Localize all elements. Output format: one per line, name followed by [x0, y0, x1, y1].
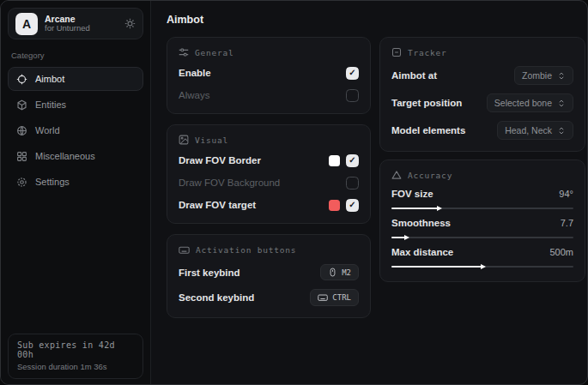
setting-row: Aimbot at Zombie — [391, 66, 573, 85]
setting-row: Target position Selected bone — [391, 93, 573, 112]
visual-section: Visual Draw FOV Border ✓ Draw FOV Backgr… — [167, 124, 371, 224]
fov-border-checkbox[interactable]: ✓ — [346, 154, 359, 167]
chevron-up-down-icon — [557, 99, 566, 108]
image-icon — [179, 135, 189, 145]
dropdown-value: Head, Neck — [505, 125, 552, 135]
sidebar: A Arcane for Unturned Category Aimbot — [1, 1, 151, 384]
section-title: Accuracy — [408, 171, 452, 180]
brand-subtitle: for Unturned — [45, 24, 118, 33]
subscription-info: Sub expires in 42d 00h Session duration … — [8, 334, 143, 379]
slider-value: 94° — [559, 189, 573, 199]
setting-row: First keybind M2 — [179, 264, 359, 280]
setting-row: Draw FOV Border ✓ — [179, 153, 359, 167]
setting-label: Draw FOV target — [179, 200, 256, 210]
smoothness-slider-group: Smoothness 7.7 — [391, 218, 573, 238]
session-duration-text: Session duration 1m 36s — [17, 362, 134, 371]
slider-thumb[interactable] — [437, 206, 442, 211]
chevron-up-down-icon — [557, 126, 566, 135]
globe-icon — [16, 125, 27, 136]
box-minus-icon — [391, 47, 402, 57]
setting-row: Model elements Head, Neck — [391, 121, 573, 140]
slider-thumb[interactable] — [481, 264, 486, 269]
smoothness-slider[interactable] — [391, 237, 573, 238]
check-icon: ✓ — [349, 156, 355, 165]
setting-label: Draw FOV Background — [179, 177, 280, 188]
fov-target-checkbox[interactable]: ✓ — [346, 199, 359, 212]
settings-gear-icon[interactable] — [124, 18, 136, 29]
model-elements-dropdown[interactable]: Head, Neck — [497, 121, 573, 140]
slider-value: 7.7 — [561, 218, 573, 228]
fov-border-color-swatch[interactable] — [329, 155, 340, 166]
slider-label: FOV size — [391, 189, 433, 199]
fov-size-slider[interactable] — [391, 208, 573, 209]
slider-label: Max distance — [391, 247, 453, 257]
setting-row: Draw FOV target ✓ — [179, 198, 359, 212]
target-position-dropdown[interactable]: Selected bone — [487, 93, 573, 112]
setting-label: Always — [179, 90, 209, 100]
setting-label: Draw FOV Border — [179, 155, 261, 165]
tracker-section: Tracker Aimbot at Zombie Target position — [379, 37, 585, 152]
sidebar-item-world[interactable]: World — [8, 118, 143, 142]
slider-value: 500m — [549, 247, 573, 257]
setting-row: Second keybind CTRL — [179, 289, 359, 306]
sidebar-item-label: World — [35, 125, 60, 135]
slider-thumb[interactable] — [404, 235, 409, 240]
general-section: General Enable ✓ Always ✓ — [167, 37, 371, 114]
gear-icon — [16, 177, 27, 188]
grid-icon — [16, 151, 27, 162]
page-title: Aimbot — [167, 14, 585, 26]
sidebar-item-aimbot[interactable]: Aimbot — [8, 67, 143, 91]
section-title: General — [195, 48, 234, 57]
sidebar-item-settings[interactable]: Settings — [8, 170, 143, 194]
sliders-icon — [179, 47, 189, 57]
setting-row: Enable ✓ — [179, 66, 359, 80]
category-label: Category — [11, 51, 140, 60]
sidebar-item-label: Entities — [35, 99, 66, 110]
fov-background-checkbox[interactable]: ✓ — [346, 177, 359, 189]
dropdown-value: Zombie — [522, 70, 552, 81]
sidebar-item-label: Settings — [35, 177, 70, 187]
sub-expiry-text: Sub expires in 42d 00h — [17, 340, 134, 359]
setting-row: Draw FOV Background ✓ — [179, 176, 359, 189]
section-title: Tracker — [408, 48, 447, 57]
entities-icon — [16, 99, 27, 111]
check-icon: ✓ — [349, 201, 355, 209]
main-content: Aimbot General Enable ✓ — [151, 1, 588, 384]
sidebar-item-label: Aimbot — [35, 74, 64, 84]
check-icon: ✓ — [349, 69, 355, 77]
app-window: A Arcane for Unturned Category Aimbot — [0, 0, 588, 385]
enable-checkbox[interactable]: ✓ — [346, 67, 359, 80]
max-distance-slider[interactable] — [391, 266, 573, 268]
section-title: Visual — [195, 135, 228, 145]
keyboard-icon — [179, 244, 190, 256]
aimbot-at-dropdown[interactable]: Zombie — [514, 66, 573, 85]
always-checkbox[interactable]: ✓ — [346, 89, 359, 102]
keybind-value: M2 — [342, 268, 351, 277]
setting-row: Always ✓ — [179, 88, 359, 102]
setting-label: Target position — [391, 98, 462, 108]
setting-label: Enable — [179, 68, 211, 78]
slider-label: Smoothness — [391, 218, 451, 228]
brand-card: A Arcane for Unturned — [8, 8, 143, 39]
fov-target-color-swatch[interactable] — [329, 200, 340, 211]
triangle-icon — [391, 170, 402, 180]
accuracy-section: Accuracy FOV size 94° — [379, 159, 585, 282]
section-title: Activation buttons — [196, 245, 296, 255]
first-keybind-button[interactable]: M2 — [320, 264, 359, 280]
keybind-value: CTRL — [332, 293, 351, 302]
setting-label: Second keybind — [179, 292, 254, 303]
sidebar-item-miscellaneous[interactable]: Miscellaneous — [8, 144, 143, 168]
setting-label: Aimbot at — [391, 70, 437, 81]
max-distance-slider-group: Max distance 500m — [391, 247, 573, 268]
second-keybind-button[interactable]: CTRL — [310, 289, 359, 306]
sidebar-item-label: Miscellaneous — [35, 151, 95, 161]
crosshair-icon — [16, 74, 27, 85]
fov-size-slider-group: FOV size 94° — [391, 189, 573, 209]
mouse-icon — [328, 268, 337, 277]
chevron-up-down-icon — [557, 71, 566, 81]
sidebar-item-entities[interactable]: Entities — [8, 93, 143, 117]
setting-label: Model elements — [391, 125, 465, 135]
keyboard-icon — [318, 292, 328, 303]
app-logo: A — [15, 13, 38, 35]
setting-label: First keybind — [179, 268, 240, 278]
